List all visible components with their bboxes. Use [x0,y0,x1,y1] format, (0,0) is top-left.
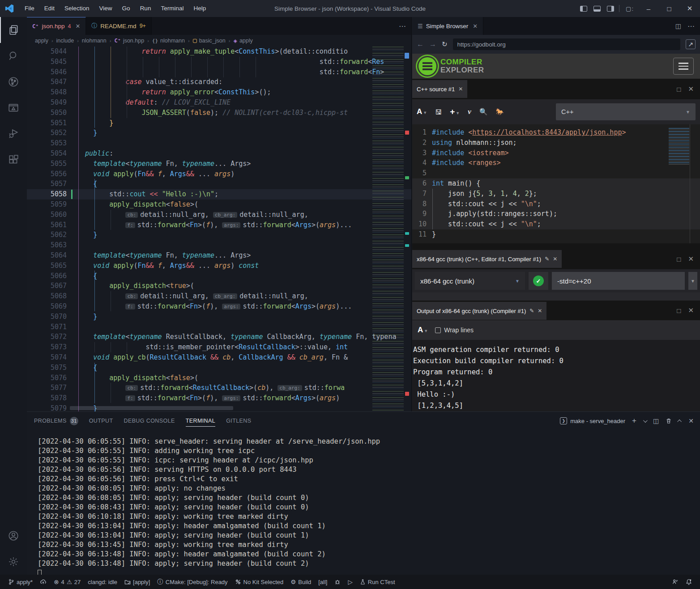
breadcrumb[interactable]: apply› include› nlohmann› C⁺ json.hpp› {… [27,35,411,47]
maximize-pane-icon[interactable]: □ [677,255,681,263]
breadcrumb-item[interactable]: basic_json [199,38,226,44]
tab-gitlens[interactable]: GITLENS [226,412,251,430]
language-select[interactable]: C++ ▼ [556,103,696,120]
close-tab-icon[interactable]: ✕ [473,23,478,30]
ctest-item[interactable]: Run CTest [356,575,399,589]
build-target-item[interactable]: [all] [315,575,331,589]
close-pane-icon[interactable]: ✕ [688,306,694,314]
tab-output[interactable]: OUTPUT [89,412,113,430]
more-actions-icon[interactable]: ⋯ [399,22,406,30]
account-icon[interactable] [0,523,27,549]
toggle-sidebar-icon[interactable] [580,6,587,12]
tab-readme-md[interactable]: ⓘ README.md 9+ [86,17,152,35]
close-tab-icon[interactable]: ✕ [75,23,80,30]
source-control-icon[interactable] [0,69,27,95]
sync-changes-item[interactable] [36,575,50,589]
terminal-session[interactable]: ❯ make - serve_header [560,417,625,424]
extensions-icon[interactable] [0,147,27,173]
close-icon[interactable]: ✕ [553,256,557,262]
font-size-button[interactable]: A▼ [418,326,428,335]
hamburger-menu-icon[interactable] [673,58,694,75]
close-pane-icon[interactable]: ✕ [688,85,694,93]
output-pane-tab[interactable]: Output of x86-64 gcc (trunk) (Compiler #… [412,302,546,320]
source-pane-tab[interactable]: C++ source #1 ✕ [412,80,467,98]
tab-terminal[interactable]: TERMINAL [186,412,215,430]
more-actions-icon[interactable]: ⋯ [687,22,695,30]
problems-item[interactable]: ⊗ 4 ⚠ 27 [50,575,84,589]
new-terminal-icon[interactable]: + [632,416,636,425]
breadcrumb-item[interactable]: include [56,38,74,44]
close-pane-icon[interactable]: ✕ [688,255,694,263]
menu-file[interactable]: File [20,0,39,17]
edit-icon[interactable]: ✎ [529,308,534,314]
maximize-panel-icon[interactable] [677,419,682,424]
minimize-button[interactable]: – [638,0,659,17]
tab-simple-browser[interactable]: ☰ Simple Browser ✕ [412,17,483,35]
compiler-explorer-logo[interactable]: COMPILER EXPLORER [440,58,484,74]
tab-json-hpp[interactable]: C⁺ json.hpp 4 ✕ [27,17,86,35]
close-icon[interactable]: ✕ [458,86,463,92]
horizontal-scrollbar[interactable] [70,406,233,410]
feedback-item[interactable] [668,575,682,589]
customize-layout-icon[interactable]: ▢: [626,5,634,12]
kill-terminal-icon[interactable] [666,418,672,424]
close-button[interactable]: ✕ [679,0,700,17]
overview-ruler[interactable] [404,47,411,411]
menu-go[interactable]: Go [117,0,135,17]
forward-icon[interactable]: → [429,40,436,48]
settings-gear-icon[interactable] [0,549,27,575]
open-external-icon[interactable]: ↗ [686,39,696,49]
debug-item[interactable] [331,575,344,589]
menu-view[interactable]: View [94,0,117,17]
edit-icon[interactable]: ✎ [545,256,549,262]
notifications-item[interactable] [682,575,696,589]
cmake-status-item[interactable]: ⓘ CMake: [Debug]: Ready [154,575,231,589]
code-editor[interactable]: 5044 return apply_make_tuple<ConstThis>(… [27,47,411,411]
toggle-panel-icon[interactable] [593,6,601,12]
terminal[interactable]: [2022-04-30 06:05:55] INFO: serve_header… [38,431,696,575]
clangd-status-item[interactable]: clangd: idle [84,575,121,589]
zoom-icon[interactable]: 🔍 [479,108,488,116]
breadcrumb-item[interactable]: nlohmann [82,38,107,44]
project-item[interactable]: [apply] [121,575,154,589]
source-scrollbar[interactable] [690,124,690,243]
godbolt-source-editor[interactable]: 1#include <https://localhost:8443/apply/… [412,124,700,243]
maximize-button[interactable]: □ [659,0,679,17]
menu-help[interactable]: Help [188,0,211,17]
maximize-pane-icon[interactable]: □ [677,85,681,93]
launch-item[interactable]: ▷ [344,575,356,589]
compiler-pane-tab[interactable]: x86-64 gcc (trunk) (C++, Editor #1, Comp… [412,250,562,268]
kit-item[interactable]: No Kit Selected [231,575,287,589]
maximize-pane-icon[interactable]: □ [677,307,681,314]
compiler-output[interactable]: ASM generation compiler returned: 0Execu… [412,340,700,411]
vim-mode-icon[interactable]: v [468,107,471,116]
save-icon[interactable]: 🖫 [435,108,442,116]
search-icon[interactable] [0,43,27,69]
menu-terminal[interactable]: Terminal [156,0,188,17]
compiler-options-input[interactable]: -std=c++20 [552,272,685,290]
toggle-secondary-sidebar-icon[interactable] [607,6,614,12]
test-debug-icon[interactable] [0,121,27,147]
menu-edit[interactable]: Edit [39,0,60,17]
build-item[interactable]: ⚙ Build [287,575,315,589]
wrap-lines-checkbox[interactable] [435,327,441,333]
menu-run[interactable]: Run [135,0,156,17]
close-panel-icon[interactable]: ✕ [688,417,694,424]
menu-selection[interactable]: Selection [60,0,94,17]
breadcrumb-item[interactable]: nlohmann [160,38,185,44]
explorer-icon[interactable] [0,17,27,43]
git-branch-item[interactable]: apply* [4,575,36,589]
terminal-dropdown-icon[interactable] [643,418,648,423]
compiler-select[interactable]: x86-64 gcc (trunk) ▼ [415,272,525,290]
split-editor-icon[interactable]: ◫ [675,22,681,30]
source-minimap[interactable] [669,128,689,165]
close-icon[interactable]: ✕ [538,308,542,314]
breadcrumb-item[interactable]: apply [239,38,253,44]
split-terminal-icon[interactable]: ◫ [653,417,659,424]
back-icon[interactable]: ← [417,40,424,48]
url-input[interactable]: https://godbolt.org [453,38,680,50]
cppinsights-icon[interactable]: 🐎 [496,108,504,116]
breadcrumb-item[interactable]: json.hpp [123,38,144,44]
tab-problems[interactable]: PROBLEMS 31 [34,412,78,430]
add-pane-button[interactable]: +▼ [450,107,460,117]
